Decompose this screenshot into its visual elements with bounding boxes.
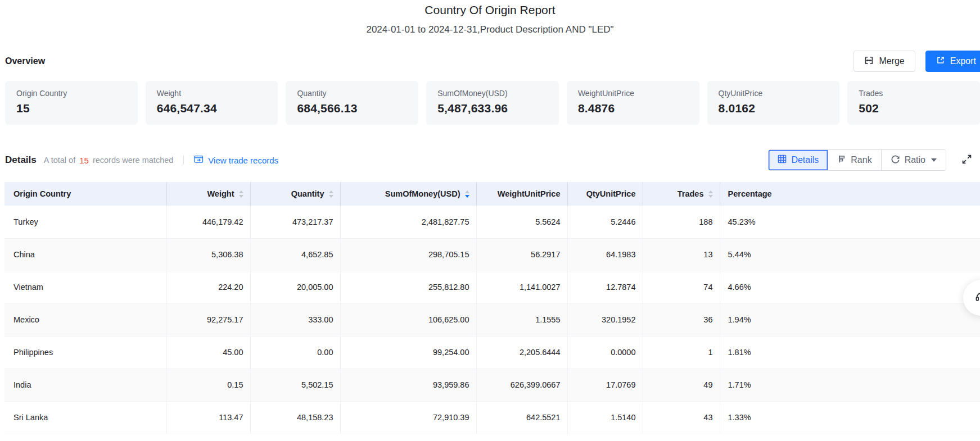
header-sum-of-money-sort[interactable]: SumOfMoney(USD) [340, 182, 476, 206]
table-cell: 1.33% [720, 401, 980, 434]
table-cell: 473,217.37 [250, 206, 340, 238]
header-qty-unit-price: QtyUnitPrice [567, 182, 643, 206]
page-title: Country Of Origin Report [0, 3, 980, 17]
tab-rank[interactable]: Rank [828, 150, 881, 170]
table-cell: Turkey [4, 206, 166, 238]
table-cell: 5,502.15 [250, 369, 340, 401]
header-origin-country: Origin Country [4, 182, 166, 206]
table-cell: Sri Lanka [4, 401, 166, 434]
column-label: SumOfMoney(USD) [385, 189, 460, 198]
stat-label: Quantity [297, 89, 407, 98]
table-cell: 72,910.39 [340, 401, 476, 434]
column-label: Quantity [291, 189, 324, 198]
merge-button[interactable]: Merge [853, 51, 915, 72]
sort-icon-active-desc [465, 190, 469, 198]
stat-label: Weight [157, 89, 267, 98]
table-cell: 106,625.00 [340, 303, 476, 336]
table-cell: 4,652.85 [250, 238, 340, 271]
matched-count: 15 [79, 156, 89, 165]
table-cell: 49 [643, 369, 720, 401]
trade-records-icon [194, 155, 204, 165]
table-cell: 642.5521 [476, 401, 567, 434]
table-cell: 0.0000 [567, 336, 643, 369]
table-cell: 1.94% [720, 303, 980, 336]
overview-bar: Overview Merge Export [5, 51, 980, 72]
origin-table: Origin Country Weight Quantity SumOfMone… [4, 182, 980, 434]
stat-card-weight-unit-price: WeightUnitPrice 8.4876 [567, 81, 699, 125]
table-body: Turkey446,179.42473,217.372,481,827.755.… [4, 206, 980, 434]
table-row: Philippines45.000.0099,254.002,205.64440… [4, 336, 980, 369]
table-cell: 1.71% [720, 369, 980, 401]
tab-details[interactable]: Details [769, 150, 828, 170]
stat-card-quantity: Quantity 684,566.13 [286, 81, 418, 125]
sort-icon [239, 190, 243, 198]
table-cell: 626,399.0667 [476, 369, 567, 401]
matched-summary: A total of 15 records were matched [44, 156, 174, 165]
table-cell: 1,141.0027 [476, 271, 567, 303]
stat-value: 8.0162 [719, 102, 829, 115]
stat-value: 15 [16, 102, 127, 115]
table-row: Vietnam224.2020,005.00255,812.801,141.00… [4, 271, 980, 303]
header-quantity-sort[interactable]: Quantity [250, 182, 340, 206]
rank-icon [837, 154, 846, 166]
chevron-down-icon [931, 158, 937, 162]
matched-prefix: A total of [44, 156, 75, 165]
table-cell: 224.20 [166, 271, 250, 303]
stat-card-weight: Weight 646,547.34 [146, 81, 278, 125]
table-cell: 2,205.6444 [476, 336, 567, 369]
table-cell: 0.15 [166, 369, 250, 401]
table-cell: 2,481,827.75 [340, 206, 476, 238]
column-label: Percentage [728, 189, 772, 198]
table-cell: 5.44% [720, 238, 980, 271]
column-label: WeightUnitPrice [498, 189, 561, 198]
fullscreen-icon [961, 154, 972, 167]
table-cell: 45.23% [720, 206, 980, 238]
table-cell: 36 [643, 303, 720, 336]
fullscreen-button[interactable] [961, 154, 972, 167]
table-row: Turkey446,179.42473,217.372,481,827.755.… [4, 206, 980, 238]
stat-value: 646,547.34 [157, 102, 267, 115]
table-row: India0.155,502.1593,959.86626,399.066717… [4, 369, 980, 401]
stat-card-trades: Trades 502 [847, 81, 980, 125]
table-cell: 5.5624 [476, 206, 567, 238]
table-cell: 1 [643, 336, 720, 369]
sort-icon [329, 190, 333, 198]
tab-ratio[interactable]: Ratio [882, 150, 946, 170]
table-cell: 99,254.00 [340, 336, 476, 369]
table-row: Sri Lanka113.4748,158.2372,910.39642.552… [4, 401, 980, 434]
table-cell: 255,812.80 [340, 271, 476, 303]
table-cell: 45.00 [166, 336, 250, 369]
stat-card-qty-unit-price: QtyUnitPrice 8.0162 [707, 81, 840, 125]
stat-label: Trades [859, 89, 969, 98]
stat-card-sum-of-money: SumOfMoney(USD) 5,487,633.96 [426, 81, 559, 125]
table-cell: 92,275.17 [166, 303, 250, 336]
stat-value: 5,487,633.96 [437, 102, 548, 115]
details-heading: Details [5, 154, 37, 166]
top-actions: Merge Export [853, 51, 980, 72]
stat-cards: Origin Country 15 Weight 646,547.34 Quan… [5, 81, 980, 125]
table-cell: 333.00 [250, 303, 340, 336]
table-cell: 0.00 [250, 336, 340, 369]
view-trade-records-link[interactable]: View trade records [194, 155, 278, 165]
table-cell: 20,005.00 [250, 271, 340, 303]
tab-rank-label: Rank [851, 155, 871, 165]
table-icon [778, 154, 787, 166]
table-cell: 74 [643, 271, 720, 303]
table-cell: 93,959.86 [340, 369, 476, 401]
view-switcher: Details Rank [768, 149, 946, 171]
merge-button-label: Merge [879, 56, 904, 66]
header-trades-sort[interactable]: Trades [643, 182, 720, 206]
table-cell: 43 [643, 401, 720, 434]
stat-label: QtyUnitPrice [719, 89, 829, 98]
column-label: Trades [678, 189, 704, 198]
table-cell: 48,158.23 [250, 401, 340, 434]
stat-label: Origin Country [16, 89, 127, 98]
header-weight-sort[interactable]: Weight [166, 182, 250, 206]
stat-value: 8.4876 [578, 102, 688, 115]
table-cell: Mexico [4, 303, 166, 336]
table-cell: 17.0769 [567, 369, 643, 401]
table-cell: 13 [643, 238, 720, 271]
section-divider [183, 156, 184, 165]
export-button[interactable]: Export [925, 51, 980, 72]
tab-details-label: Details [791, 155, 819, 165]
